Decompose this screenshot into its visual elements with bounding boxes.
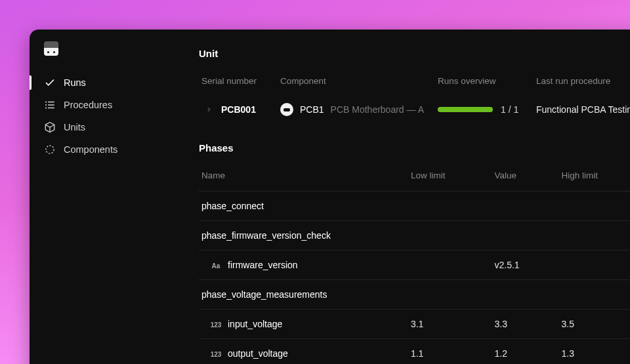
row-name-text: input_voltage [228,319,282,329]
row-name-text: phase_firmware_version_check [201,230,331,241]
check-icon [44,77,56,89]
cell-low [408,221,492,251]
cell-high: 3.5 [559,310,630,339]
col-overview: Runs overview [435,71,534,96]
phases-table: Name Low limit Value High limit Unit Sta… [199,165,630,364]
sidebar-item-runs[interactable]: Runs [30,71,186,94]
cell-value: 3.3 [492,310,559,339]
svg-point-3 [46,102,47,102]
col-name: Name [199,165,408,192]
row-name: phase_voltage_measurements [199,280,408,310]
list-icon [44,99,56,111]
measurement-row[interactable]: 123output_voltage1.11.21.3VPass [199,339,630,365]
chevron-right-icon [205,104,212,115]
component-desc: PCB Motherboard — A [331,104,424,115]
sidebar: Runs Procedures Units Components [30,30,186,364]
text-type-icon: Aa [211,262,221,270]
measurement-row[interactable]: 123input_voltage3.13.33.5VPass [199,310,630,339]
cell-low [408,251,492,280]
last-run-procedure: Functional PCBA Testing [534,96,630,123]
component-avatar-icon [280,103,293,116]
cell-low [408,192,492,221]
col-last-proc: Last run procedure [534,71,630,96]
sidebar-item-label: Procedures [64,100,112,110]
col-value: Value [492,165,559,192]
main-content: Unit Serial number Component Runs overvi… [186,30,630,364]
phases-section-title: Phases [199,142,630,153]
row-name-text: phase_voltage_measurements [201,289,327,300]
col-serial: Serial number [199,71,278,96]
row-name-text: output_voltage [228,348,288,359]
sidebar-item-units[interactable]: Units [30,116,186,138]
unit-section-title: Unit [199,48,630,59]
row-name-text: phase_connect [201,201,264,211]
sidebar-item-components[interactable]: Components [30,138,186,161]
row-name: phase_firmware_version_check [199,221,408,251]
app-window: Runs Procedures Units Components [30,30,630,364]
component-name: PCB1 [300,104,324,115]
cell-high [559,251,630,280]
unit-row[interactable]: PCB001 PCB1 PCB Motherboard — A [199,96,630,123]
cell-value: v2.5.1 [492,251,559,280]
cell-high [559,221,630,251]
phase-row[interactable]: phase_firmware_version_checkPass [199,221,630,251]
measurement-row[interactable]: Aafirmware_versionv2.5.1Pass [199,251,630,280]
runs-ratio: 1 / 1 [501,104,518,115]
runs-progress-bar [438,107,493,112]
cell-value [492,192,559,221]
row-name: 123output_voltage [199,339,408,365]
unit-table: Serial number Component Runs overview La… [199,71,630,123]
cell-high [559,280,630,310]
phase-row[interactable]: phase_voltage_measurementsPass [199,280,630,310]
app-logo [44,41,58,56]
row-name: phase_connect [199,192,408,221]
box-icon [44,121,56,133]
sidebar-item-procedures[interactable]: Procedures [30,94,186,116]
cell-low [408,280,492,310]
cell-value: 1.2 [492,339,559,365]
col-component: Component [278,71,435,96]
dashed-circle-icon [44,144,56,155]
col-high: High limit [559,165,630,192]
svg-point-4 [46,105,47,106]
row-name: Aafirmware_version [199,251,408,280]
svg-point-6 [46,146,54,153]
unit-serial: PCB001 [221,104,256,115]
col-low: Low limit [408,165,492,192]
number-type-icon: 123 [211,321,221,329]
cell-low: 1.1 [408,339,492,365]
cell-value [492,221,559,251]
cell-low: 3.1 [408,310,492,339]
cell-value [492,280,559,310]
row-name: 123input_voltage [199,310,408,339]
sidebar-item-label: Components [64,144,117,155]
cell-high [559,192,630,221]
cell-high: 1.3 [559,339,630,365]
svg-point-5 [46,108,47,108]
sidebar-item-label: Runs [64,77,86,88]
row-name-text: firmware_version [228,260,298,270]
sidebar-item-label: Units [64,122,85,132]
phase-row[interactable]: phase_connectPass [199,192,630,221]
number-type-icon: 123 [211,351,221,358]
